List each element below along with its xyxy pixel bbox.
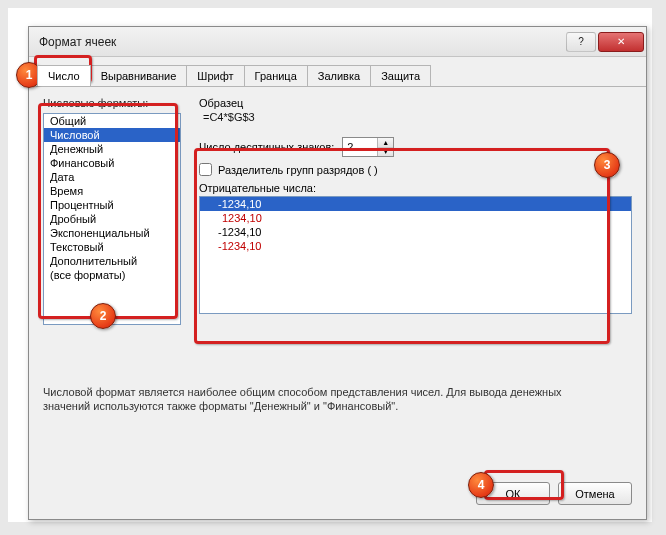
neg-item-1[interactable]: 1234,10 (200, 211, 631, 225)
neg-item-2[interactable]: -1234,10 (200, 225, 631, 239)
thousands-label: Разделитель групп разрядов ( ) (218, 164, 378, 176)
cancel-button[interactable]: Отмена (558, 482, 632, 505)
format-item-percentage[interactable]: Процентный (44, 198, 180, 212)
neg-item-3[interactable]: -1234,10 (200, 239, 631, 253)
format-item-date[interactable]: Дата (44, 170, 180, 184)
format-item-fraction[interactable]: Дробный (44, 212, 180, 226)
sample-label: Образец (199, 97, 632, 109)
outer-frame: Формат ячеек ? ✕ Число Выравнивание Шриф… (8, 8, 652, 522)
window-title: Формат ячеек (39, 35, 564, 49)
format-item-general[interactable]: Общий (44, 114, 180, 128)
decimals-input[interactable] (343, 138, 377, 156)
thousands-checkbox[interactable] (199, 163, 212, 176)
format-description: Числовой формат является наиболее общим … (43, 385, 603, 414)
tab-font[interactable]: Шрифт (186, 65, 244, 86)
button-row: ОК Отмена (29, 472, 646, 519)
decimals-spinner[interactable]: ▲ ▼ (342, 137, 394, 157)
sample-box: Образец =C4*$G$3 (199, 97, 632, 131)
help-button[interactable]: ? (566, 32, 596, 52)
tab-protection[interactable]: Защита (370, 65, 431, 86)
tab-number[interactable]: Число (37, 65, 91, 86)
format-item-number[interactable]: Числовой (44, 128, 180, 142)
formats-label: Числовые форматы: (43, 97, 181, 109)
negative-numbers-list[interactable]: -1234,10 1234,10 -1234,10 -1234,10 (199, 196, 632, 314)
tabstrip: Число Выравнивание Шрифт Граница Заливка… (29, 57, 646, 87)
sample-value: =C4*$G$3 (199, 109, 632, 131)
close-button[interactable]: ✕ (598, 32, 644, 52)
format-item-scientific[interactable]: Экспоненциальный (44, 226, 180, 240)
dialog-body: Числовые форматы: Общий Числовой Денежны… (29, 87, 646, 472)
format-item-special[interactable]: Дополнительный (44, 254, 180, 268)
titlebar: Формат ячеек ? ✕ (29, 27, 646, 57)
format-item-text[interactable]: Текстовый (44, 240, 180, 254)
format-item-custom[interactable]: (все форматы) (44, 268, 180, 282)
tab-border[interactable]: Граница (244, 65, 308, 86)
tab-fill[interactable]: Заливка (307, 65, 371, 86)
decimals-label: Число десятичных знаков: (199, 141, 334, 153)
thousands-checkbox-row[interactable]: Разделитель групп разрядов ( ) (199, 163, 378, 176)
format-cells-dialog: Формат ячеек ? ✕ Число Выравнивание Шриф… (28, 26, 647, 520)
format-item-time[interactable]: Время (44, 184, 180, 198)
negatives-label: Отрицательные числа: (199, 182, 632, 194)
spinner-up-icon[interactable]: ▲ (378, 138, 393, 148)
spinner-down-icon[interactable]: ▼ (378, 148, 393, 157)
format-item-accounting[interactable]: Финансовый (44, 156, 180, 170)
format-item-currency[interactable]: Денежный (44, 142, 180, 156)
format-list[interactable]: Общий Числовой Денежный Финансовый Дата … (43, 113, 181, 325)
ok-button[interactable]: ОК (476, 482, 550, 505)
neg-item-0[interactable]: -1234,10 (200, 197, 631, 211)
tab-alignment[interactable]: Выравнивание (90, 65, 188, 86)
